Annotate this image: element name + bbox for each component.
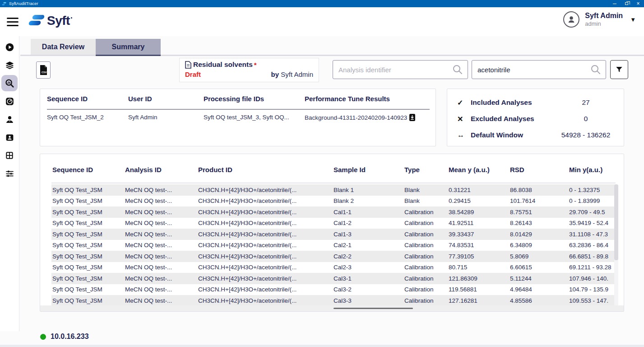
table-cell: Syft OQ Test_JSM (51, 242, 125, 249)
table-cell: MeCN OQ test-... (125, 209, 198, 216)
table-row[interactable]: Syft OQ Test_JSMMeCN OQ test-...CH3CN.H+… (51, 196, 615, 207)
table-cell: MeCN OQ test-... (125, 264, 198, 271)
table-cell: 5.8069 (510, 253, 569, 260)
table-row[interactable]: Syft OQ Test_JSMMeCN OQ test-...CH3CN.H+… (51, 240, 615, 251)
seq-value-processing-file-ids: Syft OQ test_JSM_3, Syft OQ... (204, 114, 289, 121)
restore-button[interactable] (621, 0, 632, 7)
stat-default-window: ↔ Default Window 54928 - 136262 (457, 127, 624, 143)
table-row[interactable]: Syft OQ Test_JSMMeCN OQ test-...CH3CN.H+… (51, 229, 615, 240)
table-cell: Calibration (404, 209, 449, 216)
sidebar-item-user[interactable] (1, 111, 18, 127)
table-cell: MeCN OQ test-... (125, 286, 198, 293)
user-menu[interactable]: Syft Admin admin ▼ (563, 11, 636, 28)
table-cell: 8.01429 (510, 231, 569, 238)
avatar (563, 11, 579, 28)
table-row[interactable]: Syft OQ Test_JSMMeCN OQ test-...CH3CN.H+… (51, 284, 615, 295)
sidebar-item-grid[interactable] (1, 147, 18, 164)
filter-funnel-icon (615, 66, 623, 74)
table-row[interactable]: Syft OQ Test_JSMMeCN OQ test-...CH3CN.H+… (51, 262, 615, 273)
table-cell: MeCN OQ test-... (125, 187, 198, 193)
analysis-identifier-input[interactable] (338, 66, 452, 74)
col-product-id: Product ID (198, 166, 334, 174)
window-title: SyftAuditTracer (9, 1, 38, 6)
table-cell: 31.1108 - 47.3 (569, 231, 615, 238)
table-cell: 77.39105 (449, 253, 510, 260)
table-row[interactable]: Syft OQ Test_JSMMeCN OQ test-...CH3CN.H+… (51, 295, 615, 306)
seq-col-performance-tune-results: Performance Tune Results (305, 95, 390, 103)
table-cell: 0.31221 (449, 187, 510, 193)
download-icon (409, 114, 415, 121)
minimize-button[interactable] (609, 0, 621, 7)
table-cell: 6.60615 (510, 264, 569, 271)
table-cell: 8.75751 (510, 209, 569, 216)
table-cell: MeCN OQ test-... (125, 220, 198, 226)
stat-excluded-analyses: ✕ Excluded Analyses 0 (457, 111, 624, 127)
table-row[interactable]: Syft OQ Test_JSMMeCN OQ test-...CH3CN.H+… (51, 273, 615, 284)
double-arrow-icon: ↔ (457, 131, 471, 139)
default-window-range: 54928 - 136262 (556, 131, 615, 139)
search-analytics-icon (5, 78, 14, 88)
table-cell: 101.7614 (510, 197, 569, 204)
table-row[interactable]: Syft OQ Test_JSMMeCN OQ test-...CH3CN.H+… (51, 251, 615, 262)
check-icon: ✓ (457, 98, 471, 107)
filter-button[interactable] (610, 60, 628, 79)
table-row[interactable]: Syft OQ Test_JSMMeCN OQ test-...CH3CN.H+… (51, 184, 615, 196)
svg-text:CSV: CSV (42, 71, 47, 74)
sidebar-item-search-analytics[interactable] (1, 75, 18, 91)
table-cell: Cal1-3 (334, 231, 404, 238)
table-cell: Syft OQ Test_JSM (51, 187, 125, 193)
tab-summary[interactable]: Summary (96, 39, 161, 55)
table-header-separator (51, 183, 616, 183)
sidebar-item-layers[interactable] (1, 57, 18, 73)
csv-file-icon: CSV (39, 65, 48, 75)
horizontal-scrollbar[interactable] (40, 305, 624, 311)
report-info-panel: Residual solvents * Draft by Syft Admin (179, 58, 319, 82)
table-cell: MeCN OQ test-... (125, 197, 198, 204)
table-cell: Cal1-1 (334, 209, 404, 216)
table-cell: Cal3-2 (334, 286, 404, 293)
table-cell: MeCN OQ test-... (125, 297, 198, 304)
sidebar-item-contact-card[interactable] (1, 129, 18, 145)
user-icon (5, 115, 14, 124)
export-csv-button[interactable]: CSV (36, 61, 51, 79)
table-cell: Syft OQ Test_JSM (51, 220, 125, 226)
download-button[interactable] (409, 114, 415, 121)
sidebar-item-sliders[interactable] (1, 165, 18, 182)
tab-data-review[interactable]: Data Review (31, 39, 96, 55)
close-button[interactable]: × (632, 0, 644, 7)
search-icon (452, 64, 463, 75)
vertical-scrollbar[interactable] (614, 184, 618, 310)
table-cell: CH3CN.H+[42]/H3O+/acetonitrile/(... (198, 275, 334, 282)
table-cell: Blank (404, 187, 449, 193)
chevron-down-icon: ▼ (630, 16, 636, 23)
table-cell: Calibration (404, 275, 449, 282)
play-circle-icon (5, 42, 14, 52)
connection-status-icon (40, 334, 46, 340)
vertical-scrollbar-thumb[interactable] (614, 184, 618, 260)
menu-hamburger-icon[interactable] (7, 18, 19, 26)
table-cell: 66.6851 - 89.8 (569, 253, 615, 260)
table-cell: Syft OQ Test_JSM (51, 286, 125, 293)
table-row[interactable]: Syft OQ Test_JSMMeCN OQ test-...CH3CN.H+… (51, 206, 615, 218)
table-cell: 119.56881 (449, 286, 510, 293)
table-cell: 0 - 1.32375 (569, 187, 615, 193)
report-byline: by Syft Admin (271, 70, 313, 78)
table-cell: Cal3-1 (334, 275, 404, 282)
user-role: admin (585, 20, 623, 27)
table-row[interactable]: Syft OQ Test_JSMMeCN OQ test-...CH3CN.H+… (51, 218, 615, 229)
table-cell: 41.92511 (449, 220, 510, 226)
sidebar-item-play[interactable] (1, 39, 18, 55)
product-search (472, 60, 606, 79)
table-cell: Syft OQ Test_JSM (51, 264, 125, 271)
table-cell: Cal3-3 (334, 297, 404, 304)
table-cell: CH3CN.H+[42]/H3O+/acetonitrile/(... (198, 242, 334, 249)
app-logo-icon (2, 1, 7, 6)
table-cell: 0 - 1.83999 (569, 197, 615, 204)
syft-logo-icon (27, 13, 46, 28)
horizontal-scrollbar-thumb[interactable] (334, 308, 413, 309)
table-cell: Cal2-1 (334, 242, 404, 249)
product-search-input[interactable] (477, 66, 590, 74)
table-cell: Syft OQ Test_JSM (51, 209, 125, 216)
sidebar-item-gauge[interactable] (1, 93, 18, 109)
table-cell: 29.709 - 49.5 (569, 209, 615, 216)
